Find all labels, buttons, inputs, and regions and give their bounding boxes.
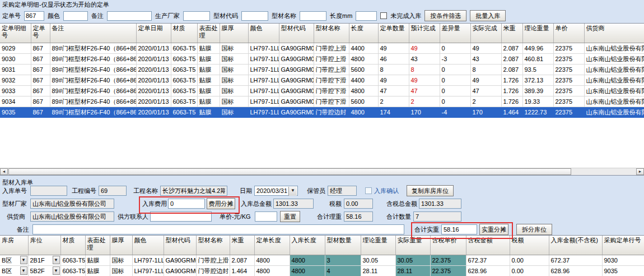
project-no-input[interactable] — [99, 186, 127, 196]
column-header[interactable]: 含税单价 — [430, 236, 466, 255]
column-header[interactable]: 理论重量 — [522, 24, 553, 43]
profile-factory-input[interactable] — [30, 199, 114, 209]
table-row[interactable]: B区▼2B1F▼6063-T5贴膜国标LH797-1LL0GA90GRM03门带… — [0, 255, 644, 266]
total-actual-weight-input[interactable] — [441, 224, 477, 234]
reset-button[interactable]: 重置 — [280, 211, 300, 222]
column-header[interactable]: 定单日期 — [136, 24, 171, 43]
table-row[interactable]: 903086789#门框型材F26-F40（866+867）2020/01/13… — [0, 54, 644, 65]
inbound-confirm-checkbox[interactable] — [365, 187, 372, 194]
tax-input[interactable] — [344, 199, 373, 209]
cell: LH797-1LL0 — [248, 86, 279, 96]
column-header[interactable]: 颜色 — [248, 24, 279, 43]
split-location-button[interactable]: 拆分库位 — [516, 224, 552, 235]
inbound-table: 库房库位材质表面处理膜厚颜色型材代码型材名称米重定单长度入库长度型材数量理论重量… — [0, 236, 644, 276]
column-header[interactable]: 颜色 — [132, 236, 164, 255]
manufacturer-filter-input[interactable] — [183, 11, 210, 21]
column-header[interactable]: 入库长度 — [290, 236, 325, 255]
total-with-tax-label: 含税总金额 — [386, 199, 417, 209]
order-no-filter-input[interactable] — [24, 11, 44, 21]
fee-allocate-button[interactable]: 费用分摊 — [207, 198, 235, 209]
inbound-total-amount-label: 入库总金额 — [241, 199, 272, 209]
scroll-right-icon[interactable]: ► — [636, 168, 644, 175]
cell: 山东南山铝业股份有限公司 — [584, 107, 644, 118]
remark-filter-input[interactable] — [107, 11, 152, 21]
column-header[interactable]: 库房 — [0, 236, 28, 255]
column-header[interactable]: 膜厚 — [110, 236, 132, 255]
supplier-input[interactable] — [30, 211, 114, 222]
batch-inbound-button[interactable]: 批量入库 — [470, 10, 506, 21]
column-header[interactable]: 定单明细号 — [0, 24, 31, 43]
color-filter-input[interactable] — [63, 11, 88, 21]
inbound-no-input[interactable] — [30, 186, 67, 196]
column-header[interactable]: 预计完成 — [409, 24, 440, 43]
project-name-input[interactable] — [160, 186, 227, 196]
dropdown-arrow-icon[interactable]: ▼ — [53, 256, 60, 264]
column-header[interactable]: 理论重量 — [361, 236, 395, 255]
column-header[interactable]: 单价 — [553, 24, 584, 43]
column-header[interactable]: 税额 — [510, 236, 549, 255]
scroll-left-icon[interactable]: ◄ — [0, 168, 8, 175]
table-row[interactable]: 903386789#门框型材F26-F40（866+867）2020/01/13… — [0, 86, 644, 96]
column-header[interactable]: 材质 — [171, 24, 197, 43]
cell: 30.05 — [395, 255, 430, 266]
column-header[interactable]: 定单数量 — [378, 24, 409, 43]
cell: 山东南山铝业股份有限公司 — [584, 86, 644, 96]
total-qty-input[interactable] — [413, 211, 461, 222]
calendar-dropdown-icon[interactable]: ▼ — [288, 187, 297, 196]
inbound-total-amount-input[interactable] — [273, 199, 314, 209]
table-row[interactable]: 903186789#门框型材F26-F40（866+867）2020/01/13… — [0, 65, 644, 75]
dropdown-arrow-icon[interactable]: ▼ — [53, 266, 60, 275]
column-header[interactable]: 含税金额 — [466, 236, 510, 255]
dropdown-arrow-icon[interactable]: ▼ — [20, 256, 27, 264]
column-header[interactable]: 差异量 — [440, 24, 470, 43]
column-header[interactable]: 入库金额(不含税) — [549, 236, 602, 255]
column-header[interactable]: 型材名称 — [196, 236, 230, 255]
actual-weight-allocate-button[interactable]: 实重分摊 — [479, 224, 508, 235]
scrollbar-thumb[interactable] — [8, 168, 571, 175]
total-with-tax-input[interactable] — [419, 199, 461, 209]
cell: 47 — [470, 86, 501, 96]
column-header[interactable]: 实际完成 — [470, 24, 501, 43]
supplier-contact-input[interactable] — [150, 211, 212, 222]
dropdown-arrow-icon[interactable]: ▼ — [20, 266, 27, 275]
profile-name-filter-input[interactable] — [300, 11, 326, 21]
keeper-input[interactable] — [328, 186, 357, 196]
column-header[interactable]: 表面处理 — [85, 236, 110, 255]
column-header[interactable]: 材质 — [60, 236, 85, 255]
column-header[interactable]: 型材名称 — [314, 24, 349, 43]
inbound-remark-input[interactable] — [32, 224, 404, 234]
copy-warehouse-location-button[interactable]: 复制库房库位 — [407, 185, 454, 196]
table-row[interactable]: 903286789#门框型材F26-F40（866+867）2020/01/13… — [0, 75, 644, 86]
column-header[interactable]: 膜厚 — [220, 24, 248, 43]
column-header[interactable]: 供货商 — [584, 24, 644, 43]
total-actual-weight-label: 合计实重 — [414, 224, 439, 234]
column-header[interactable]: 长度 — [349, 24, 378, 43]
length-filter-input[interactable] — [356, 11, 377, 21]
column-header[interactable]: 库位 — [28, 236, 60, 255]
column-header[interactable]: 型材代码 — [279, 24, 314, 43]
column-header[interactable]: 实际重量 — [395, 236, 430, 255]
unit-price-input[interactable] — [255, 211, 277, 222]
column-header[interactable]: 型材代码 — [164, 236, 196, 255]
table-row[interactable]: B区▼5B2F▼6063-T5贴膜国标LH797-1LL0GA90GRM05门带… — [0, 266, 644, 276]
cell: LH797-1LL0 — [248, 65, 279, 75]
cell: 628.96 — [466, 266, 510, 276]
unfinished-inbound-checkbox[interactable] — [380, 12, 387, 19]
table-row[interactable]: 903486789#门框型材F26-F40（866+867）2020/01/13… — [0, 96, 644, 107]
table-row[interactable]: 902986789#门框型材F26-F40（866+867）2020/01/13… — [0, 43, 644, 54]
column-header[interactable]: 表面处理 — [197, 24, 220, 43]
column-header[interactable]: 定单号 — [31, 24, 50, 43]
total-theory-weight-input[interactable] — [344, 211, 373, 222]
column-header[interactable]: 定单长度 — [254, 236, 290, 255]
column-header[interactable]: 采购定单行号 — [602, 236, 644, 255]
column-header[interactable]: 米重 — [501, 24, 522, 43]
date-picker[interactable]: ▼ — [254, 186, 298, 196]
column-header[interactable]: 型材数量 — [325, 236, 361, 255]
column-header[interactable]: 备注 — [50, 24, 136, 43]
filter-by-condition-button[interactable]: 按条件筛选 — [424, 10, 466, 21]
column-header[interactable]: 米重 — [230, 236, 254, 255]
table-row[interactable]: 903586789#门框型材F26-F40（866+867）2020/01/13… — [0, 107, 644, 118]
inbound-fee-input[interactable] — [168, 199, 205, 209]
horizontal-scrollbar[interactable]: ◄ ► — [0, 168, 644, 175]
profile-code-filter-input[interactable] — [241, 11, 268, 21]
